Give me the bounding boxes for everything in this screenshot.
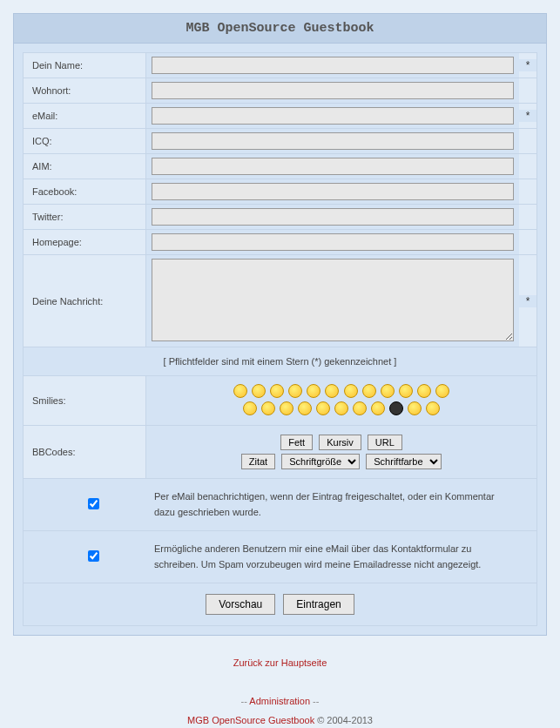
smiley-icon[interactable] [389, 401, 403, 415]
guestbook-form: Dein Name: * Wohnort: eMail: * ICQ: AIM:… [23, 52, 537, 626]
submit-row: Vorschau Eintragen [24, 583, 536, 625]
page-title: MGB OpenSource Guestbook [14, 14, 546, 44]
smiley-icon[interactable] [381, 384, 395, 398]
location-label: Wohnort: [24, 80, 145, 101]
smiley-icon[interactable] [426, 401, 440, 415]
twitter-input[interactable] [152, 208, 514, 226]
bbcode-bold-button[interactable]: Fett [280, 435, 313, 450]
admin-link[interactable]: Administration [249, 696, 310, 706]
required-note: [ Pflichtfelder sind mit einem Stern (*)… [24, 347, 536, 376]
smiley-icon[interactable] [270, 384, 284, 398]
copyright-text: © 2004-2013 [314, 715, 373, 725]
field-row-twitter: Twitter: [24, 205, 536, 230]
bbcode-italic-button[interactable]: Kursiv [319, 435, 361, 450]
smiley-icon[interactable] [298, 401, 312, 415]
email-required: * [519, 110, 536, 122]
location-input[interactable] [152, 82, 514, 99]
notify-checkbox[interactable] [88, 498, 99, 509]
notify-text: Per eMail benachrichtigen, wenn der Eint… [154, 489, 528, 520]
bbcode-fontcolor-select[interactable]: Schriftfarbe [366, 454, 442, 469]
homepage-input[interactable] [152, 233, 514, 251]
field-row-email: eMail: * [24, 104, 536, 129]
smiley-icon[interactable] [399, 384, 413, 398]
smiley-icon[interactable] [371, 401, 385, 415]
smiley-icon[interactable] [261, 401, 275, 415]
smiley-icon[interactable] [334, 401, 348, 415]
name-input[interactable] [152, 57, 514, 74]
field-row-smilies: Smilies: [24, 376, 536, 426]
field-row-name: Dein Name: * [24, 53, 536, 78]
smiley-icon[interactable] [316, 401, 330, 415]
checkbox-row-notify: Per eMail benachrichtigen, wenn der Eint… [24, 479, 536, 531]
submit-button[interactable]: Eintragen [283, 594, 354, 615]
back-link[interactable]: Zurück zur Hauptseite [233, 657, 327, 668]
smiley-icon[interactable] [353, 401, 367, 415]
twitter-label: Twitter: [24, 206, 145, 227]
bbcodes-toolbar: Fett Kursiv URL Zitat Schriftgröße Schri… [145, 426, 536, 478]
smiley-icon[interactable] [233, 384, 247, 398]
contact-text: Ermögliche anderen Benutzern mir eine eM… [154, 542, 528, 572]
field-row-message: Deine Nachricht: * [24, 255, 536, 347]
facebook-label: Facebook: [24, 181, 145, 202]
name-label: Dein Name: [24, 55, 145, 76]
aim-label: AIM: [24, 156, 145, 177]
field-row-homepage: Homepage: [24, 230, 536, 255]
bbcode-fontsize-select[interactable]: Schriftgröße [281, 454, 360, 469]
smiley-icon[interactable] [408, 401, 422, 415]
bbcodes-label: BBCodes: [24, 442, 145, 462]
smiley-icon[interactable] [252, 384, 266, 398]
smiley-icon[interactable] [417, 384, 431, 398]
email-label: eMail: [24, 105, 145, 126]
field-row-bbcodes: BBCodes: Fett Kursiv URL Zitat Schriftgr… [24, 426, 536, 479]
field-row-aim: AIM: [24, 154, 536, 179]
preview-button[interactable]: Vorschau [206, 594, 275, 615]
message-label: Deine Nachricht: [24, 291, 145, 312]
product-link[interactable]: MGB OpenSource Guestbook [187, 715, 314, 725]
bbcode-quote-button[interactable]: Zitat [241, 454, 275, 469]
checkbox-row-contact: Ermögliche anderen Benutzern mir eine eM… [24, 531, 536, 583]
smiley-icon[interactable] [325, 384, 339, 398]
icq-input[interactable] [152, 132, 514, 150]
smiley-icon[interactable] [307, 384, 320, 398]
smiley-icon[interactable] [435, 384, 449, 398]
smiley-icon[interactable] [344, 384, 358, 398]
message-required: * [519, 295, 536, 307]
smilies-label: Smilies: [24, 390, 145, 411]
smiley-icon[interactable] [280, 401, 293, 415]
facebook-input[interactable] [152, 183, 514, 200]
icq-label: ICQ: [24, 131, 145, 152]
name-required: * [519, 59, 536, 71]
email-input[interactable] [152, 107, 514, 125]
field-row-location: Wohnort: [24, 78, 536, 104]
smiley-icon[interactable] [362, 384, 376, 398]
smiley-icon[interactable] [288, 384, 302, 398]
aim-input[interactable] [152, 158, 514, 175]
field-row-facebook: Facebook: [24, 179, 536, 205]
guestbook-panel: MGB OpenSource Guestbook Dein Name: * Wo… [13, 13, 547, 636]
message-textarea[interactable] [152, 259, 514, 341]
contact-checkbox[interactable] [88, 550, 99, 562]
smilies-palette [145, 376, 536, 425]
field-row-icq: ICQ: [24, 129, 536, 154]
smiley-icon[interactable] [243, 401, 257, 415]
footer: Zurück zur Hauptseite -- Administration … [13, 636, 547, 728]
homepage-label: Homepage: [24, 232, 145, 253]
bbcode-url-button[interactable]: URL [368, 435, 402, 450]
